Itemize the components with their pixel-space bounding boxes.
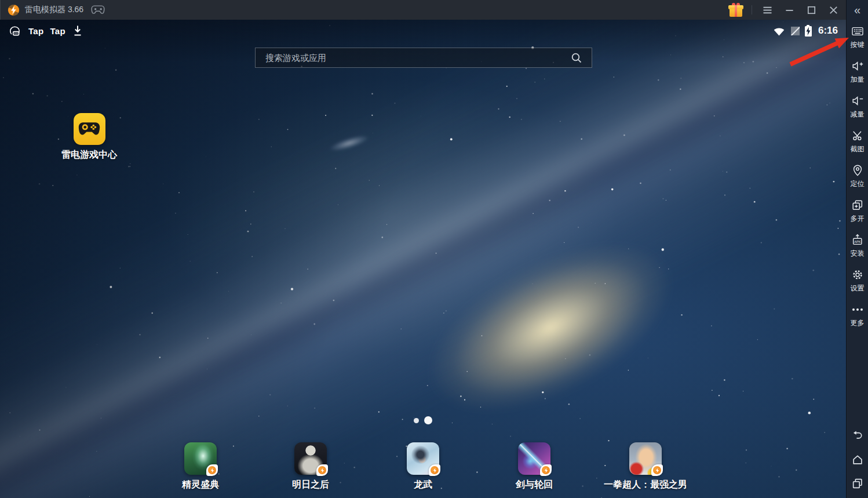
dock-app-longwu[interactable]: 龙武 <box>372 442 474 491</box>
ldplayer-badge-icon <box>206 464 218 476</box>
multi-instance-icon <box>851 199 864 212</box>
svg-text:APK: APK <box>854 240 861 243</box>
sidebar-item-settings[interactable]: 设置 <box>847 263 868 298</box>
gift-icon[interactable] <box>728 3 743 17</box>
app-icon <box>407 442 439 475</box>
volume-down-icon <box>851 94 864 107</box>
galaxy-wallpaper <box>0 20 846 498</box>
download-notification-icon <box>72 24 83 37</box>
android-screen: Tap Tap 6:16 <box>0 20 846 498</box>
wifi-icon <box>772 26 786 37</box>
volume-up-icon <box>851 60 864 72</box>
close-button[interactable] <box>826 3 840 17</box>
ldplayer-window: 雷电模拟器 3.66 <box>0 0 868 498</box>
toolbar-sidebar: « 按键 加量 减量 截图 <box>846 0 868 498</box>
location-pin-icon <box>851 164 864 177</box>
app-icon <box>294 442 327 475</box>
service-notification-icon <box>8 24 22 38</box>
sidebar-item-volume-down[interactable]: 减量 <box>847 89 868 124</box>
home-button[interactable] <box>851 453 864 466</box>
page-indicator <box>414 416 432 424</box>
sidebar-item-multi-instance[interactable]: 多开 <box>847 194 868 228</box>
maximize-button[interactable] <box>804 3 818 17</box>
ldplayer-badge-icon <box>429 464 440 476</box>
no-signal-icon <box>791 27 800 35</box>
tap-notification-text: Tap <box>28 26 43 36</box>
app-label: 明日之后 <box>292 479 329 491</box>
apk-install-icon: APK <box>851 234 864 246</box>
app-icon <box>629 442 662 475</box>
android-nav-buttons <box>851 430 864 490</box>
keyboard-icon <box>851 25 864 38</box>
menu-button[interactable] <box>760 3 774 17</box>
gear-icon <box>851 268 864 281</box>
ldplayer-badge-icon <box>316 464 328 476</box>
titlebar-divider <box>752 5 752 14</box>
back-button[interactable] <box>851 430 864 442</box>
app-game-center[interactable]: 雷电游戏中心 <box>54 113 124 161</box>
app-label: 龙武 <box>414 479 432 491</box>
sidebar-item-screenshot[interactable]: 截图 <box>847 124 868 159</box>
window-titlebar: 雷电模拟器 3.66 <box>0 0 846 20</box>
app-icon <box>184 442 217 475</box>
page-dot-inactive[interactable] <box>414 418 419 423</box>
game-center-icon <box>74 113 105 145</box>
page-dot-active[interactable] <box>424 416 432 424</box>
clock: 6:16 <box>818 25 838 37</box>
app-label: 精灵盛典 <box>182 479 219 491</box>
scissors-icon <box>851 129 864 142</box>
tap-notification-text: Tap <box>50 26 65 36</box>
gamepad-icon <box>90 5 105 15</box>
sidebar-item-more[interactable]: 更多 <box>847 298 868 333</box>
sidebar-item-keymapping[interactable]: 按键 <box>847 20 868 54</box>
sidebar-item-volume-up[interactable]: 加量 <box>847 54 868 89</box>
more-dots-icon <box>851 303 864 316</box>
app-label: 一拳超人：最强之男 <box>604 479 687 491</box>
search-icon[interactable] <box>570 52 583 64</box>
search-input[interactable] <box>264 52 570 63</box>
dock-app-jingling-shengdian[interactable]: 精灵盛典 <box>149 442 251 491</box>
app-label: 雷电游戏中心 <box>61 149 117 161</box>
window-title: 雷电模拟器 3.66 <box>25 5 83 15</box>
recents-button[interactable] <box>851 477 864 490</box>
dock-app-jian-yu-lunhui[interactable]: 剑与轮回 <box>483 442 585 491</box>
app-label: 剑与轮回 <box>516 479 553 491</box>
search-bar <box>255 48 592 68</box>
ldplayer-logo-icon <box>8 4 20 16</box>
dock-app-yiquan-chaoren[interactable]: 一拳超人：最强之男 <box>595 442 696 491</box>
minimize-button[interactable] <box>782 3 796 17</box>
sidebar-item-location[interactable]: 定位 <box>847 159 868 194</box>
app-icon <box>518 442 550 475</box>
dock-app-mingri-zhihou[interactable]: 明日之后 <box>260 442 362 491</box>
status-bar[interactable]: Tap Tap 6:16 <box>0 20 846 42</box>
ldplayer-badge-icon <box>540 464 552 476</box>
ldplayer-badge-icon <box>651 464 663 476</box>
sidebar-item-install-apk[interactable]: APK 安装 <box>847 228 868 263</box>
battery-charging-icon <box>805 26 812 37</box>
collapse-sidebar-button[interactable]: « <box>847 0 868 20</box>
